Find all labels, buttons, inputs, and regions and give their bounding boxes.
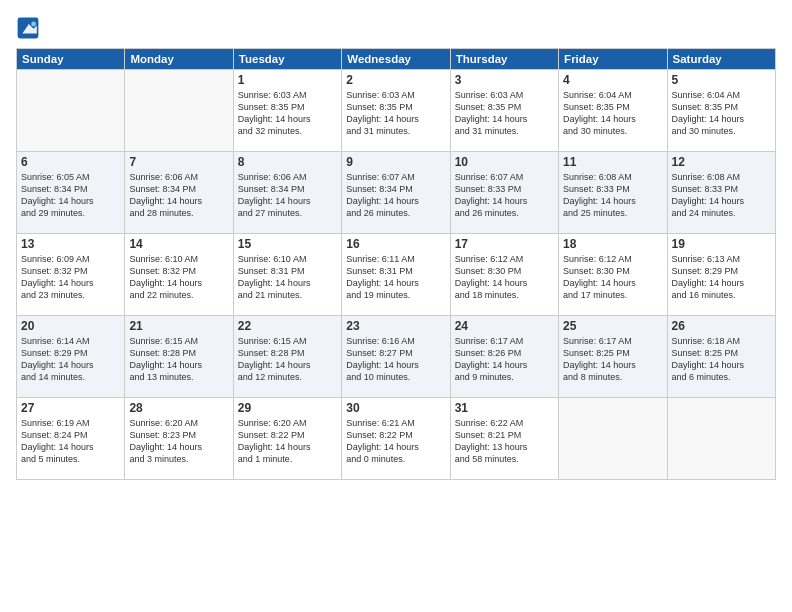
calendar-cell — [559, 398, 667, 480]
calendar-cell — [667, 398, 775, 480]
day-info: Sunrise: 6:03 AM Sunset: 8:35 PM Dayligh… — [346, 89, 445, 138]
calendar-cell: 21Sunrise: 6:15 AM Sunset: 8:28 PM Dayli… — [125, 316, 233, 398]
calendar-cell: 22Sunrise: 6:15 AM Sunset: 8:28 PM Dayli… — [233, 316, 341, 398]
day-number: 11 — [563, 155, 662, 169]
calendar-cell: 1Sunrise: 6:03 AM Sunset: 8:35 PM Daylig… — [233, 70, 341, 152]
weekday-header: Monday — [125, 49, 233, 70]
day-number: 2 — [346, 73, 445, 87]
day-info: Sunrise: 6:08 AM Sunset: 8:33 PM Dayligh… — [563, 171, 662, 220]
day-info: Sunrise: 6:12 AM Sunset: 8:30 PM Dayligh… — [563, 253, 662, 302]
calendar-header-row: SundayMondayTuesdayWednesdayThursdayFrid… — [17, 49, 776, 70]
day-number: 14 — [129, 237, 228, 251]
calendar-cell: 8Sunrise: 6:06 AM Sunset: 8:34 PM Daylig… — [233, 152, 341, 234]
day-number: 25 — [563, 319, 662, 333]
day-number: 19 — [672, 237, 771, 251]
day-number: 31 — [455, 401, 554, 415]
calendar-cell: 10Sunrise: 6:07 AM Sunset: 8:33 PM Dayli… — [450, 152, 558, 234]
day-number: 9 — [346, 155, 445, 169]
calendar-cell: 19Sunrise: 6:13 AM Sunset: 8:29 PM Dayli… — [667, 234, 775, 316]
day-info: Sunrise: 6:17 AM Sunset: 8:25 PM Dayligh… — [563, 335, 662, 384]
day-info: Sunrise: 6:05 AM Sunset: 8:34 PM Dayligh… — [21, 171, 120, 220]
logo-icon — [16, 16, 40, 40]
day-info: Sunrise: 6:22 AM Sunset: 8:21 PM Dayligh… — [455, 417, 554, 466]
day-number: 1 — [238, 73, 337, 87]
day-info: Sunrise: 6:16 AM Sunset: 8:27 PM Dayligh… — [346, 335, 445, 384]
day-info: Sunrise: 6:09 AM Sunset: 8:32 PM Dayligh… — [21, 253, 120, 302]
day-number: 16 — [346, 237, 445, 251]
day-info: Sunrise: 6:15 AM Sunset: 8:28 PM Dayligh… — [129, 335, 228, 384]
day-number: 23 — [346, 319, 445, 333]
day-info: Sunrise: 6:11 AM Sunset: 8:31 PM Dayligh… — [346, 253, 445, 302]
calendar-week-row: 27Sunrise: 6:19 AM Sunset: 8:24 PM Dayli… — [17, 398, 776, 480]
weekday-header: Tuesday — [233, 49, 341, 70]
day-info: Sunrise: 6:18 AM Sunset: 8:25 PM Dayligh… — [672, 335, 771, 384]
calendar-cell: 2Sunrise: 6:03 AM Sunset: 8:35 PM Daylig… — [342, 70, 450, 152]
calendar-cell: 25Sunrise: 6:17 AM Sunset: 8:25 PM Dayli… — [559, 316, 667, 398]
logo — [16, 16, 44, 40]
day-info: Sunrise: 6:07 AM Sunset: 8:33 PM Dayligh… — [455, 171, 554, 220]
calendar-cell: 28Sunrise: 6:20 AM Sunset: 8:23 PM Dayli… — [125, 398, 233, 480]
calendar-cell: 3Sunrise: 6:03 AM Sunset: 8:35 PM Daylig… — [450, 70, 558, 152]
day-info: Sunrise: 6:07 AM Sunset: 8:34 PM Dayligh… — [346, 171, 445, 220]
weekday-header: Friday — [559, 49, 667, 70]
day-number: 24 — [455, 319, 554, 333]
calendar-cell: 23Sunrise: 6:16 AM Sunset: 8:27 PM Dayli… — [342, 316, 450, 398]
header — [16, 16, 776, 40]
day-number: 13 — [21, 237, 120, 251]
day-info: Sunrise: 6:04 AM Sunset: 8:35 PM Dayligh… — [563, 89, 662, 138]
day-info: Sunrise: 6:15 AM Sunset: 8:28 PM Dayligh… — [238, 335, 337, 384]
day-number: 8 — [238, 155, 337, 169]
day-info: Sunrise: 6:19 AM Sunset: 8:24 PM Dayligh… — [21, 417, 120, 466]
calendar-cell: 20Sunrise: 6:14 AM Sunset: 8:29 PM Dayli… — [17, 316, 125, 398]
calendar-cell: 7Sunrise: 6:06 AM Sunset: 8:34 PM Daylig… — [125, 152, 233, 234]
calendar-cell: 12Sunrise: 6:08 AM Sunset: 8:33 PM Dayli… — [667, 152, 775, 234]
day-info: Sunrise: 6:20 AM Sunset: 8:22 PM Dayligh… — [238, 417, 337, 466]
page: SundayMondayTuesdayWednesdayThursdayFrid… — [0, 0, 792, 612]
svg-point-2 — [31, 22, 36, 27]
day-number: 12 — [672, 155, 771, 169]
day-info: Sunrise: 6:03 AM Sunset: 8:35 PM Dayligh… — [238, 89, 337, 138]
calendar-cell: 17Sunrise: 6:12 AM Sunset: 8:30 PM Dayli… — [450, 234, 558, 316]
calendar-cell — [125, 70, 233, 152]
calendar-cell: 6Sunrise: 6:05 AM Sunset: 8:34 PM Daylig… — [17, 152, 125, 234]
day-info: Sunrise: 6:06 AM Sunset: 8:34 PM Dayligh… — [129, 171, 228, 220]
calendar-week-row: 13Sunrise: 6:09 AM Sunset: 8:32 PM Dayli… — [17, 234, 776, 316]
calendar-cell: 27Sunrise: 6:19 AM Sunset: 8:24 PM Dayli… — [17, 398, 125, 480]
day-info: Sunrise: 6:13 AM Sunset: 8:29 PM Dayligh… — [672, 253, 771, 302]
day-number: 22 — [238, 319, 337, 333]
day-info: Sunrise: 6:08 AM Sunset: 8:33 PM Dayligh… — [672, 171, 771, 220]
day-number: 20 — [21, 319, 120, 333]
day-number: 29 — [238, 401, 337, 415]
calendar-cell: 14Sunrise: 6:10 AM Sunset: 8:32 PM Dayli… — [125, 234, 233, 316]
day-info: Sunrise: 6:03 AM Sunset: 8:35 PM Dayligh… — [455, 89, 554, 138]
calendar-cell: 9Sunrise: 6:07 AM Sunset: 8:34 PM Daylig… — [342, 152, 450, 234]
calendar-cell: 24Sunrise: 6:17 AM Sunset: 8:26 PM Dayli… — [450, 316, 558, 398]
calendar-cell: 18Sunrise: 6:12 AM Sunset: 8:30 PM Dayli… — [559, 234, 667, 316]
day-number: 30 — [346, 401, 445, 415]
day-number: 28 — [129, 401, 228, 415]
calendar-week-row: 6Sunrise: 6:05 AM Sunset: 8:34 PM Daylig… — [17, 152, 776, 234]
calendar-cell: 30Sunrise: 6:21 AM Sunset: 8:22 PM Dayli… — [342, 398, 450, 480]
day-info: Sunrise: 6:14 AM Sunset: 8:29 PM Dayligh… — [21, 335, 120, 384]
day-info: Sunrise: 6:06 AM Sunset: 8:34 PM Dayligh… — [238, 171, 337, 220]
calendar-cell: 11Sunrise: 6:08 AM Sunset: 8:33 PM Dayli… — [559, 152, 667, 234]
day-info: Sunrise: 6:12 AM Sunset: 8:30 PM Dayligh… — [455, 253, 554, 302]
calendar-week-row: 20Sunrise: 6:14 AM Sunset: 8:29 PM Dayli… — [17, 316, 776, 398]
day-number: 17 — [455, 237, 554, 251]
day-number: 10 — [455, 155, 554, 169]
weekday-header: Sunday — [17, 49, 125, 70]
calendar-week-row: 1Sunrise: 6:03 AM Sunset: 8:35 PM Daylig… — [17, 70, 776, 152]
day-number: 6 — [21, 155, 120, 169]
weekday-header: Saturday — [667, 49, 775, 70]
calendar: SundayMondayTuesdayWednesdayThursdayFrid… — [16, 48, 776, 480]
day-info: Sunrise: 6:04 AM Sunset: 8:35 PM Dayligh… — [672, 89, 771, 138]
weekday-header: Wednesday — [342, 49, 450, 70]
calendar-cell: 4Sunrise: 6:04 AM Sunset: 8:35 PM Daylig… — [559, 70, 667, 152]
day-info: Sunrise: 6:10 AM Sunset: 8:32 PM Dayligh… — [129, 253, 228, 302]
calendar-cell: 13Sunrise: 6:09 AM Sunset: 8:32 PM Dayli… — [17, 234, 125, 316]
day-info: Sunrise: 6:10 AM Sunset: 8:31 PM Dayligh… — [238, 253, 337, 302]
calendar-cell: 26Sunrise: 6:18 AM Sunset: 8:25 PM Dayli… — [667, 316, 775, 398]
day-number: 15 — [238, 237, 337, 251]
day-number: 5 — [672, 73, 771, 87]
day-number: 3 — [455, 73, 554, 87]
